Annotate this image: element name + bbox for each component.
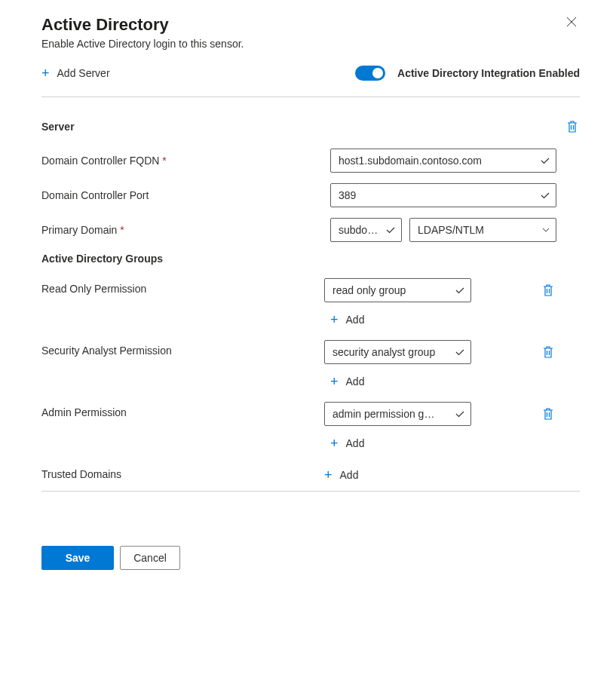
integration-toggle-label: Active Directory Integration Enabled	[397, 67, 580, 79]
integration-toggle[interactable]	[355, 66, 385, 81]
delete-admin-group-button[interactable]	[541, 406, 556, 422]
trash-icon	[566, 120, 578, 133]
plus-icon: +	[330, 375, 339, 388]
primary-domain-value: subdo…	[339, 224, 378, 236]
admin-group-value: admin permission g…	[333, 408, 434, 420]
delete-read-only-group-button[interactable]	[541, 282, 556, 299]
analyst-group-value: security analyst group	[333, 346, 435, 358]
add-read-only-group-button[interactable]: + Add	[330, 307, 364, 340]
cancel-button[interactable]: Cancel	[120, 546, 180, 570]
trash-icon	[542, 407, 554, 421]
add-admin-group-button[interactable]: + Add	[330, 430, 364, 464]
read-only-group-value: read only group	[333, 284, 406, 296]
auth-select[interactable]: LDAPS/NTLM	[409, 218, 556, 242]
read-only-group-input[interactable]: read only group	[324, 278, 471, 302]
primary-domain-label: Primary Domain	[41, 224, 324, 236]
trash-icon	[542, 345, 554, 359]
delete-analyst-group-button[interactable]	[541, 344, 556, 360]
port-label: Domain Controller Port	[41, 189, 324, 201]
add-label: Add	[346, 314, 365, 326]
admin-group-input[interactable]: admin permission g…	[324, 402, 471, 426]
plus-icon: +	[41, 66, 50, 80]
delete-server-button[interactable]	[565, 118, 580, 135]
server-section-title: Server	[41, 121, 75, 133]
plus-icon: +	[324, 468, 333, 482]
divider	[41, 491, 580, 492]
auth-value: LDAPS/NTLM	[418, 224, 484, 236]
fqdn-value: host1.subdomain.contoso.com	[339, 155, 482, 167]
plus-icon: +	[330, 437, 339, 450]
admin-label: Admin Permission	[41, 402, 324, 418]
close-icon	[566, 17, 577, 29]
primary-domain-input[interactable]: subdo…	[330, 218, 402, 242]
groups-heading: Active Directory Groups	[41, 253, 580, 265]
toggle-knob	[372, 68, 383, 78]
save-button[interactable]: Save	[41, 546, 114, 570]
add-label: Add	[346, 437, 365, 449]
fqdn-input[interactable]: host1.subdomain.contoso.com	[330, 149, 556, 173]
trash-icon	[542, 283, 554, 297]
trusted-domains-label: Trusted Domains	[41, 464, 324, 480]
add-label: Add	[346, 375, 365, 388]
close-button[interactable]	[563, 14, 580, 33]
add-analyst-group-button[interactable]: + Add	[330, 369, 364, 402]
port-value: 389	[339, 189, 356, 201]
add-server-button[interactable]: + Add Server	[41, 63, 110, 83]
plus-icon: +	[330, 313, 339, 326]
add-label: Add	[340, 469, 359, 481]
add-server-label: Add Server	[57, 67, 110, 79]
page-subtitle: Enable Active Directory login to this se…	[41, 38, 580, 50]
fqdn-label: Domain Controller FQDN	[41, 155, 324, 167]
add-trusted-domain-button[interactable]: + Add	[324, 464, 358, 486]
page-title: Active Directory	[41, 15, 169, 35]
analyst-group-input[interactable]: security analyst group	[324, 340, 471, 364]
analyst-label: Security Analyst Permission	[41, 340, 324, 357]
port-input[interactable]: 389	[330, 183, 556, 207]
read-only-label: Read Only Permission	[41, 278, 324, 295]
